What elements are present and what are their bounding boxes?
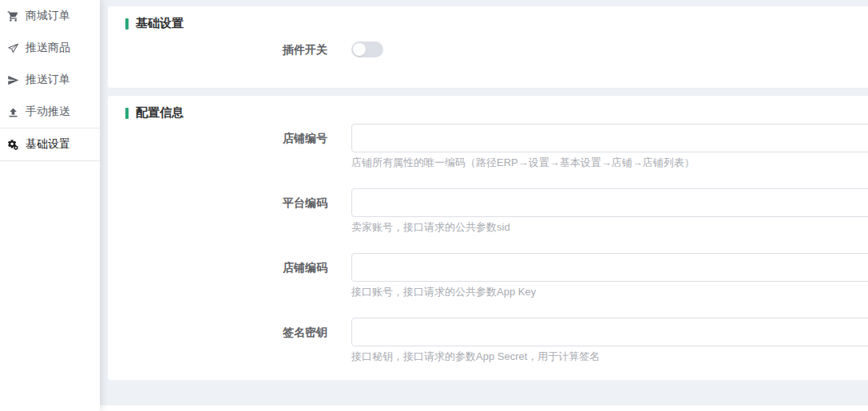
sidebar-item-push-products[interactable]: 推送商品 (0, 32, 100, 64)
shop-number-hint: 店铺所有属性的唯一编码（路径ERP→设置→基本设置→店铺→店铺列表） (351, 156, 868, 168)
section-accent-bar (125, 18, 129, 30)
gears-icon (7, 139, 19, 151)
sign-secret-hint: 接口秘钥，接口请求的参数App Secret，用于计算签名 (351, 350, 868, 362)
platform-code-hint: 卖家账号，接口请求的公共参数sid (351, 221, 868, 233)
platform-code-row: 平台编码 卖家账号，接口请求的公共参数sid (125, 188, 868, 233)
sign-secret-label: 签名密钥 (125, 318, 327, 346)
sidebar-item-basic-settings[interactable]: 基础设置 (0, 128, 100, 161)
sidebar-item-label: 推送商品 (26, 41, 70, 55)
plugin-switch-label: 插件开关 (125, 41, 327, 57)
send-outline-icon (7, 42, 19, 54)
basic-settings-card: 基础设置 插件开关 (108, 6, 868, 88)
platform-code-input[interactable] (351, 188, 868, 217)
section-title-text: 基础设置 (136, 16, 184, 31)
section-title-basic: 基础设置 (125, 18, 868, 30)
section-title-config: 配置信息 (125, 107, 868, 119)
config-info-card: 配置信息 店铺编号 店铺所有属性的唯一编码（路径ERP→设置→基本设置→店铺→店… (108, 96, 868, 380)
shop-number-row: 店铺编号 店铺所有属性的唯一编码（路径ERP→设置→基本设置→店铺→店铺列表） (125, 124, 868, 168)
sidebar: 商城订单 推送商品 推送订单 手动推送 基础设置 (0, 0, 100, 411)
shop-code-row: 店铺编码 接口账号，接口请求的公共参数App Key (125, 253, 868, 298)
upload-icon (7, 106, 19, 118)
shop-code-hint: 接口账号，接口请求的公共参数App Key (351, 286, 868, 298)
shop-code-label: 店铺编码 (125, 253, 327, 282)
sidebar-item-push-orders[interactable]: 推送订单 (0, 64, 100, 96)
cart-icon (7, 10, 19, 22)
section-title-text: 配置信息 (136, 105, 184, 121)
plugin-switch-row: 插件开关 (125, 41, 868, 57)
shop-code-input[interactable] (351, 253, 868, 282)
toggle-knob (353, 43, 366, 56)
sidebar-item-label: 推送订单 (26, 73, 70, 87)
sign-secret-row: 签名密钥 接口秘钥，接口请求的参数App Secret，用于计算签名 (125, 318, 868, 362)
sign-secret-input[interactable] (351, 318, 868, 346)
sidebar-item-label: 手动推送 (26, 105, 70, 119)
main-content: 基础设置 插件开关 配置信息 店铺编号 店铺所有属性的唯一编码（路径ERP→设置… (100, 0, 868, 405)
sidebar-item-manual-push[interactable]: 手动推送 (0, 96, 100, 128)
section-accent-bar (125, 108, 129, 119)
send-filled-icon (7, 74, 19, 86)
platform-code-label: 平台编码 (125, 188, 327, 217)
sidebar-item-label: 商城订单 (26, 9, 70, 23)
shop-number-input[interactable] (351, 124, 868, 152)
sidebar-item-label: 基础设置 (26, 137, 70, 152)
plugin-toggle-switch[interactable] (351, 41, 383, 57)
shop-number-label: 店铺编号 (125, 124, 327, 152)
sidebar-item-mall-orders[interactable]: 商城订单 (0, 0, 100, 32)
